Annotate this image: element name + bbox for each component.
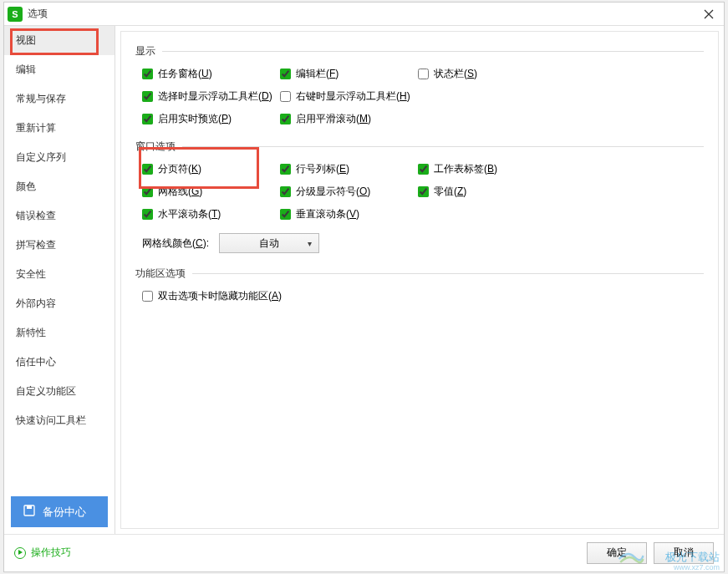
operation-tips-link[interactable]: 操作技巧 [14,546,71,560]
chk-outline-symbols[interactable]: 分级显示符号(O) [280,185,418,199]
footer: 操作技巧 确定 取消 [4,534,724,571]
sidebar-item-trust-center[interactable]: 信任中心 [4,348,115,377]
section-display: 显示 任务窗格(U) 编辑栏(F) 状态栏(S) 选择时显示浮动工具栏(D) 右… [135,44,704,126]
section-window-options: 窗口选项 分页符(K) 行号列标(E) 工作表标签(B) 网格线(G) 分级显示… [135,140,704,253]
sidebar-item-edit[interactable]: 编辑 [4,55,115,84]
display-grid: 任务窗格(U) 编辑栏(F) 状态栏(S) 选择时显示浮动工具栏(D) 右键时显… [135,67,704,126]
divider [162,51,704,52]
content-panel: 显示 任务窗格(U) 编辑栏(F) 状态栏(S) 选择时显示浮动工具栏(D) 右… [120,31,719,529]
ok-button[interactable]: 确定 [587,542,647,564]
sidebar-list: 视图 编辑 常规与保存 重新计算 自定义序列 颜色 错误检查 拼写检查 安全性 … [4,26,115,534]
options-dialog: S 选项 视图 编辑 常规与保存 重新计算 自定义序列 颜色 错误检查 拼写检查… [3,2,725,572]
chk-float-select[interactable]: 选择时显示浮动工具栏(D) [142,89,280,104]
gridline-color-row: 网格线颜色(C): 自动 [135,233,704,253]
svg-rect-1 [27,505,32,509]
chk-vscrollbar[interactable]: 垂直滚动条(V) [280,207,418,221]
sidebar-item-external[interactable]: 外部内容 [4,289,115,318]
sidebar-item-recalc[interactable]: 重新计算 [4,114,115,143]
chk-float-rightclick[interactable]: 右键时显示浮动工具栏(H) [280,89,556,104]
chk-dblclick-box[interactable] [142,291,153,302]
chk-vscroll-box[interactable] [280,209,291,220]
chk-status-box[interactable] [418,69,429,79]
chk-hscroll-box[interactable] [142,209,153,220]
app-icon: S [8,7,23,22]
chk-formula-bar[interactable]: 编辑栏(F) [280,67,418,81]
tips-label: 操作技巧 [31,546,71,560]
chk-smooth-scroll-box[interactable] [280,114,291,124]
sidebar-item-security[interactable]: 安全性 [4,260,115,289]
backup-icon [23,504,36,520]
chk-taskpane-box[interactable] [142,69,153,79]
sidebar-item-customize-ribbon[interactable]: 自定义功能区 [4,377,115,406]
chk-sheet-tabs-box[interactable] [418,164,429,175]
sidebar-item-color[interactable]: 颜色 [4,172,115,201]
chk-formula-box[interactable] [280,69,291,79]
chk-page-break-box[interactable] [142,164,153,175]
chk-float-rc-box[interactable] [280,91,291,102]
section-ribbon-header: 功能区选项 [135,267,704,281]
close-button[interactable] [697,5,720,23]
chk-row-col-headers[interactable]: 行号列标(E) [280,162,418,176]
backup-center-button[interactable]: 备份中心 [11,496,108,527]
play-icon [14,547,26,559]
section-window-title: 窗口选项 [135,140,176,154]
chk-dblclick-hide-ribbon[interactable]: 双击选项卡时隐藏功能区(A) [142,289,704,303]
sidebar-item-custom-list[interactable]: 自定义序列 [4,143,115,172]
ribbon-grid: 双击选项卡时隐藏功能区(A) [135,289,704,303]
chk-gridlines-box[interactable] [142,186,153,197]
chk-gridlines[interactable]: 网格线(G) [142,185,280,199]
chk-zeros-box[interactable] [418,186,429,197]
close-icon [704,9,714,19]
dialog-title: 选项 [28,7,697,21]
chk-page-break[interactable]: 分页符(K) [142,162,280,176]
sidebar-item-view[interactable]: 视图 [4,26,115,55]
section-ribbon-title: 功能区选项 [135,267,186,281]
chk-taskpane[interactable]: 任务窗格(U) [142,67,280,81]
section-display-title: 显示 [135,44,155,58]
chk-float-select-box[interactable] [142,91,153,102]
chk-outline-box[interactable] [280,186,291,197]
sidebar-item-spellcheck[interactable]: 拼写检查 [4,231,115,260]
titlebar: S 选项 [4,3,724,26]
gridline-color-value: 自动 [259,236,279,251]
chk-smooth-scroll[interactable]: 启用平滑滚动(M) [280,112,418,126]
sidebar-item-new-features[interactable]: 新特性 [4,318,115,348]
chk-sheet-tabs[interactable]: 工作表标签(B) [418,162,556,176]
section-ribbon-options: 功能区选项 双击选项卡时隐藏功能区(A) [135,267,704,303]
window-grid: 分页符(K) 行号列标(E) 工作表标签(B) 网格线(G) 分级显示符号(O)… [135,162,704,221]
backup-label: 备份中心 [43,505,86,520]
chk-status-bar[interactable]: 状态栏(S) [418,67,556,81]
section-display-header: 显示 [135,44,704,58]
gridline-color-label: 网格线颜色(C): [142,236,209,251]
chk-live-preview-box[interactable] [142,114,153,124]
section-window-header: 窗口选项 [135,140,704,154]
sidebar-item-qat[interactable]: 快速访问工具栏 [4,406,115,435]
divider [182,146,704,147]
sidebar-item-general-save[interactable]: 常规与保存 [4,84,115,114]
chk-hscrollbar[interactable]: 水平滚动条(T) [142,207,280,221]
sidebar-item-error-check[interactable]: 错误检查 [4,201,115,231]
chk-live-preview[interactable]: 启用实时预览(P) [142,112,280,126]
body: 视图 编辑 常规与保存 重新计算 自定义序列 颜色 错误检查 拼写检查 安全性 … [4,26,724,534]
chk-row-col-box[interactable] [280,164,291,175]
gridline-color-combobox[interactable]: 自动 [219,233,319,253]
cancel-button[interactable]: 取消 [654,542,714,564]
sidebar: 视图 编辑 常规与保存 重新计算 自定义序列 颜色 错误检查 拼写检查 安全性 … [4,26,115,534]
divider [192,273,704,274]
chk-zero-values[interactable]: 零值(Z) [418,185,556,199]
